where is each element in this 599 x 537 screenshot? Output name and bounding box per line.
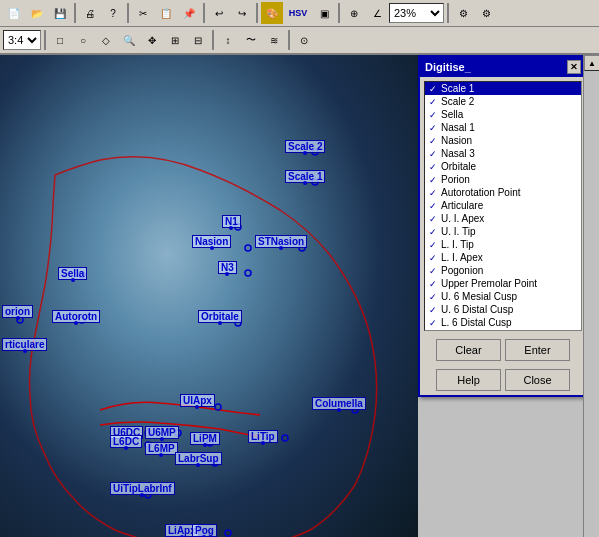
cut-btn[interactable]: ✂	[132, 2, 154, 24]
dialog-buttons-row1: Clear Enter	[420, 335, 586, 365]
btn-extra1[interactable]: ⚙	[452, 2, 474, 24]
label-articulare: rticulare	[2, 338, 47, 351]
sep1	[74, 3, 76, 23]
circle-target-btn[interactable]: ⊙	[293, 29, 315, 51]
grid-btn[interactable]: ⊞	[164, 29, 186, 51]
list-item[interactable]: L. 6 Distal Cusp	[425, 316, 581, 329]
new-btn[interactable]: 📄	[3, 2, 25, 24]
save-btn[interactable]: 💾	[49, 2, 71, 24]
label-l6mp: L6MP	[145, 442, 178, 455]
sep8	[212, 30, 214, 50]
label-stipog: Pog	[192, 524, 217, 537]
label-uitiplabrinf: LabrSup	[175, 452, 222, 465]
label-scale1: Scale 1	[285, 170, 325, 183]
label-nasion: Nasion	[192, 235, 231, 248]
help-btn[interactable]: ?	[102, 2, 124, 24]
print-btn[interactable]: 🖨	[79, 2, 101, 24]
label-autorotn: Autorotn	[52, 310, 100, 323]
sep3	[203, 3, 205, 23]
label-u6mp: U6MP	[145, 426, 179, 439]
clear-button[interactable]: Clear	[436, 339, 501, 361]
undo-btn[interactable]: ↩	[208, 2, 230, 24]
open-btn[interactable]: 📂	[26, 2, 48, 24]
redo-btn[interactable]: ↪	[231, 2, 253, 24]
wave-btn[interactable]: ≋	[263, 29, 285, 51]
list-item[interactable]: Autorotation Point	[425, 186, 581, 199]
sep4	[256, 3, 258, 23]
list-item[interactable]: Nasion	[425, 134, 581, 147]
move-btn[interactable]: ✥	[141, 29, 163, 51]
svg-point-16	[282, 435, 288, 441]
label-orion: orion	[2, 305, 33, 318]
label-n1: N1	[222, 215, 241, 228]
grid2-btn[interactable]: ⊟	[187, 29, 209, 51]
list-item[interactable]: Pogonion	[425, 264, 581, 277]
list-item[interactable]: U. 6 Distal Cusp	[425, 303, 581, 316]
list-item[interactable]: Articulare	[425, 199, 581, 212]
close-button[interactable]: Close	[505, 369, 570, 391]
sep5	[338, 3, 340, 23]
marker-btn[interactable]: ⊕	[343, 2, 365, 24]
dialog-list[interactable]: Scale 1Scale 2SellaNasal 1NasionNasal 3O…	[424, 81, 582, 331]
label-labrsup: LiTip	[248, 430, 278, 443]
label-l6dc: L6DC	[110, 435, 142, 448]
toolbar-row-2: 3:4 □ ○ ◇ 🔍 ✥ ⊞ ⊟ ↕ 〜 ≋ ⊙	[0, 27, 599, 54]
list-item[interactable]: L. I. Tip	[425, 238, 581, 251]
list-item[interactable]: Nasal 1	[425, 121, 581, 134]
label-stnasion: STNasion	[255, 235, 307, 248]
dialog-title: Digitise_	[425, 61, 471, 73]
polyline-btn[interactable]: 〜	[240, 29, 262, 51]
help-button[interactable]: Help	[436, 369, 501, 391]
sep9	[288, 30, 290, 50]
right-panel: Digitise_ ✕ Scale 1Scale 2SellaNasal 1Na…	[418, 55, 599, 537]
svg-point-5	[245, 270, 251, 276]
ellipse-btn[interactable]: ○	[72, 29, 94, 51]
toolbar-row-1: 📄 📂 💾 🖨 ? ✂ 📋 📌 ↩ ↪ 🎨 HSV ▣ ⊕ ∠ 23% 50% …	[0, 0, 599, 27]
main-area: Scale 2 Scale 1 N1 Nasion STNasion N3 Se…	[0, 55, 599, 537]
sep2	[127, 3, 129, 23]
enter-button[interactable]: Enter	[505, 339, 570, 361]
list-item[interactable]: L. 6 Mesial Cusp	[425, 329, 581, 331]
diamond-btn[interactable]: ◇	[95, 29, 117, 51]
rect-btn[interactable]: □	[49, 29, 71, 51]
digitise-dialog: Digitise_ ✕ Scale 1Scale 2SellaNasal 1Na…	[418, 55, 588, 397]
copy-btn[interactable]: 📋	[155, 2, 177, 24]
arrow-btn[interactable]: ↕	[217, 29, 239, 51]
list-item[interactable]: U. I. Tip	[425, 225, 581, 238]
angle-btn[interactable]: ∠	[366, 2, 388, 24]
dialog-titlebar: Digitise_ ✕	[420, 57, 586, 77]
label-liapx: UiTipLabrInf	[110, 482, 175, 495]
list-item[interactable]: Porion	[425, 173, 581, 186]
scroll-up-btn[interactable]: ▲	[584, 55, 599, 71]
list-item[interactable]: Scale 1	[425, 82, 581, 95]
film-btn[interactable]: ▣	[313, 2, 335, 24]
color-btn[interactable]: 🎨	[261, 2, 283, 24]
list-item[interactable]: Upper Premolar Point	[425, 277, 581, 290]
list-item[interactable]: Sella	[425, 108, 581, 121]
list-item[interactable]: Orbitale	[425, 160, 581, 173]
label-litip: LiPM	[190, 432, 220, 445]
label-scale2: Scale 2	[285, 140, 325, 153]
paste-btn[interactable]: 📌	[178, 2, 200, 24]
xray-area[interactable]: Scale 2 Scale 1 N1 Nasion STNasion N3 Se…	[0, 55, 418, 537]
zoom-tool-btn[interactable]: 🔍	[118, 29, 140, 51]
main-scrollbar[interactable]: ▲ ▼	[583, 55, 599, 537]
hsv-label: HSV	[284, 2, 312, 24]
dialog-close-btn[interactable]: ✕	[567, 60, 581, 74]
dialog-buttons-row2: Help Close	[420, 365, 586, 395]
label-columella: Columella	[312, 397, 366, 410]
zoom-select[interactable]: 23% 50% 100%	[389, 3, 444, 23]
svg-point-3	[245, 245, 251, 251]
list-item[interactable]: Nasal 3	[425, 147, 581, 160]
sep7	[44, 30, 46, 50]
svg-point-20	[225, 530, 231, 536]
list-item[interactable]: Scale 2	[425, 95, 581, 108]
sep6	[447, 3, 449, 23]
label-uiapx: UIApx	[180, 394, 215, 407]
btn-extra2[interactable]: ⚙	[475, 2, 497, 24]
toolbar: 📄 📂 💾 🖨 ? ✂ 📋 📌 ↩ ↪ 🎨 HSV ▣ ⊕ ∠ 23% 50% …	[0, 0, 599, 55]
list-item[interactable]: U. I. Apex	[425, 212, 581, 225]
ratio-select[interactable]: 3:4	[3, 30, 41, 50]
list-item[interactable]: U. 6 Mesial Cusp	[425, 290, 581, 303]
list-item[interactable]: L. I. Apex	[425, 251, 581, 264]
